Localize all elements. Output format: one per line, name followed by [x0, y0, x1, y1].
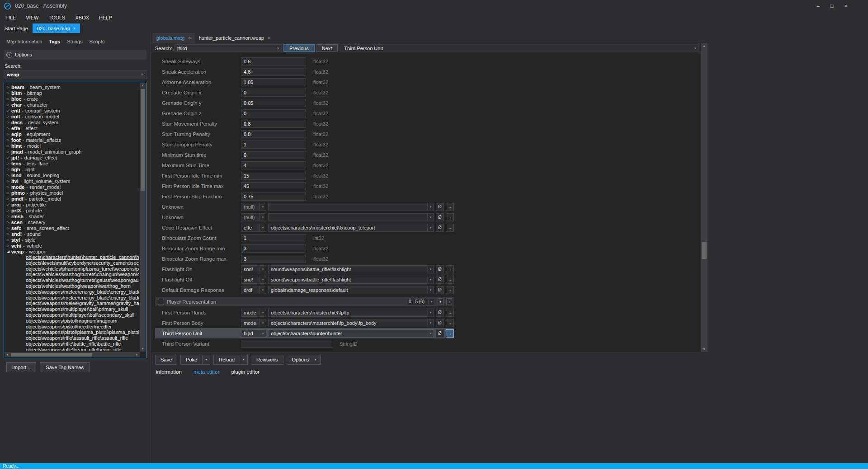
- tag-class-dropdown[interactable]: snd!▼: [241, 265, 266, 273]
- tag-class-row[interactable]: ▷prt3-particle: [5, 207, 139, 213]
- menu-item-tools[interactable]: TOOLS: [48, 15, 65, 20]
- tree-collapsed-icon[interactable]: ▷: [5, 197, 10, 201]
- tree-collapsed-icon[interactable]: ▷: [5, 91, 10, 95]
- mode-tab-information[interactable]: information: [156, 369, 182, 375]
- tag-item[interactable]: objects\weapons\melee\energy_blade\energ…: [5, 289, 139, 295]
- tag-item[interactable]: objects\weapons\pistol\needler\needler: [5, 324, 139, 330]
- tag-class-row[interactable]: ▷lsnd-sound_looping: [5, 172, 139, 178]
- field-value-input[interactable]: 0.6: [241, 57, 306, 66]
- tag-class-row[interactable]: ▷jpt!-damage_effect: [5, 155, 139, 160]
- tag-class-dropdown[interactable]: drdf▼: [241, 286, 266, 294]
- tag-class-row[interactable]: ▷bitm-bitmap: [5, 90, 139, 96]
- tag-class-row[interactable]: ▷beam-beam_system: [5, 84, 139, 90]
- scroll-up-icon[interactable]: ▲: [140, 84, 146, 87]
- tag-class-row[interactable]: ▷effe-effect: [5, 125, 139, 131]
- goto-tag-button[interactable]: →: [446, 203, 454, 211]
- close-tab-icon[interactable]: ×: [268, 36, 270, 40]
- tag-item[interactable]: objects\weapons\melee\energy_blade\energ…: [5, 295, 139, 301]
- meta-search-input[interactable]: third ×: [175, 44, 282, 52]
- block-index-dropdown[interactable]: 0 - 5 (6)▼: [407, 298, 435, 305]
- tag-item[interactable]: objects\weapons\pistol\magnum\magnum: [5, 318, 139, 324]
- tag-class-row[interactable]: ▷decs-decal_system: [5, 119, 139, 125]
- next-result-button[interactable]: Next: [316, 44, 338, 52]
- tree-collapsed-icon[interactable]: ▷: [5, 209, 10, 212]
- tag-class-row[interactable]: ▷eqip-equipment: [5, 131, 139, 137]
- options-button[interactable]: Options▼: [287, 355, 321, 365]
- tree-collapsed-icon[interactable]: ▷: [5, 185, 10, 189]
- tree-collapsed-icon[interactable]: ▷: [5, 138, 10, 142]
- null-reference-button[interactable]: Ø: [436, 329, 444, 338]
- tree-collapsed-icon[interactable]: ▷: [5, 174, 10, 177]
- tag-path-dropdown[interactable]: ▼: [268, 213, 434, 221]
- tag-class-row[interactable]: ▷foot-material_effects: [5, 137, 139, 143]
- tag-class-row[interactable]: ▷bloc-crate: [5, 96, 139, 102]
- save-tag-names-button[interactable]: Save Tag Names: [40, 362, 90, 372]
- sidebar-tab-scripts[interactable]: Scripts: [90, 39, 105, 44]
- field-value-input[interactable]: 0.75: [241, 192, 306, 201]
- menu-item-xbox[interactable]: XBOX: [75, 15, 89, 20]
- tag-path-dropdown[interactable]: globals\damage_responses\default▼: [268, 286, 434, 294]
- poke-button[interactable]: Poke▼: [180, 355, 210, 365]
- close-tab-icon[interactable]: ×: [188, 36, 190, 40]
- tag-class-row[interactable]: ▷coll-collision_model: [5, 113, 139, 119]
- tag-item[interactable]: objects\weapons\multiplayer\ball\primary…: [5, 306, 139, 312]
- field-value-input[interactable]: 0.05: [241, 99, 306, 107]
- editor-tab[interactable]: globals.matg×: [152, 33, 195, 43]
- revisions-button[interactable]: Revisions: [251, 355, 283, 365]
- editor-tab[interactable]: hunter_particle_cannon.weap×: [195, 33, 274, 43]
- tag-class-row[interactable]: ▷scen-scenery: [5, 219, 139, 225]
- map-tab[interactable]: 020_base.map×: [33, 23, 80, 33]
- null-reference-button[interactable]: Ø: [436, 319, 444, 327]
- tree-collapsed-icon[interactable]: ▷: [5, 179, 10, 183]
- tag-class-row[interactable]: ▷proj-projectile: [5, 202, 139, 207]
- reload-button[interactable]: Reload▼: [213, 355, 248, 365]
- tag-item[interactable]: objects\vehicles\warthog\turrets\chaingu…: [5, 272, 139, 277]
- null-reference-button[interactable]: Ø: [436, 224, 444, 232]
- close-tab-icon[interactable]: ×: [73, 26, 75, 31]
- tree-collapsed-icon[interactable]: ▷: [5, 121, 10, 124]
- field-value-input[interactable]: 4.8: [241, 68, 306, 76]
- block-info-button[interactable]: i: [446, 298, 452, 305]
- null-reference-button[interactable]: Ø: [436, 276, 444, 284]
- search-result-dropdown[interactable]: Third Person Unit ▼: [340, 44, 699, 52]
- tag-class-dropdown[interactable]: mode▼: [241, 309, 266, 317]
- field-value-input[interactable]: 15: [241, 172, 306, 180]
- tag-class-row[interactable]: ▷ltvl-light_volume_system: [5, 178, 139, 184]
- tag-class-dropdown[interactable]: mode▼: [241, 319, 266, 327]
- tag-path-dropdown[interactable]: ▼: [268, 203, 434, 211]
- scroll-down-icon[interactable]: ▼: [701, 347, 708, 351]
- tree-collapsed-icon[interactable]: ▷: [5, 150, 10, 154]
- tag-item[interactable]: objects\weapons\multiplayer\ball\seconda…: [5, 312, 139, 318]
- menu-item-view[interactable]: VIEW: [26, 15, 38, 20]
- close-icon[interactable]: ×: [844, 3, 847, 9]
- field-value-input[interactable]: 0: [241, 89, 306, 97]
- tag-class-row[interactable]: ▷hlmt-model: [5, 143, 139, 149]
- field-value-input[interactable]: 3: [241, 244, 306, 253]
- tag-class-row[interactable]: ▷jmad-model_animation_graph: [5, 149, 139, 155]
- field-value-input[interactable]: 0: [241, 151, 306, 159]
- add-block-button[interactable]: +: [438, 298, 443, 305]
- goto-tag-button[interactable]: →: [446, 286, 454, 294]
- tree-collapsed-icon[interactable]: ▷: [5, 103, 10, 107]
- collapse-section-button[interactable]: —: [158, 299, 164, 305]
- tag-class-row[interactable]: ▷styl-style: [5, 237, 139, 243]
- chevron-down-icon[interactable]: ▼: [240, 355, 247, 364]
- tag-class-dropdown[interactable]: effe▼: [241, 224, 266, 232]
- tree-collapsed-icon[interactable]: ▷: [5, 115, 10, 118]
- tree-collapsed-icon[interactable]: ▷: [5, 144, 10, 148]
- tree-collapsed-icon[interactable]: ▷: [5, 238, 10, 242]
- scroll-down-icon[interactable]: ▼: [140, 347, 146, 350]
- tag-path-dropdown[interactable]: sound\weapons\battle_rifle\flashlight▼: [268, 276, 434, 284]
- tree-collapsed-icon[interactable]: ▷: [5, 191, 10, 195]
- field-value-input[interactable]: 1.05: [241, 78, 306, 86]
- tag-class-row[interactable]: ▷mode-render_model: [5, 184, 139, 190]
- scrollbar-thumb[interactable]: [11, 353, 92, 356]
- field-value-input[interactable]: 0.8: [241, 130, 306, 138]
- tag-path-dropdown[interactable]: objects\characters\hunter\hunter▼: [268, 329, 434, 338]
- tag-class-row[interactable]: ▷sefc-area_screen_effect: [5, 225, 139, 231]
- field-value-input[interactable]: 3: [241, 255, 306, 263]
- field-value-input[interactable]: 1: [241, 141, 306, 149]
- tag-item[interactable]: objects\weapons\rifle\assault_rifle\assa…: [5, 335, 139, 341]
- field-value-input[interactable]: 0.8: [241, 120, 306, 128]
- menu-item-help[interactable]: HELP: [99, 15, 112, 20]
